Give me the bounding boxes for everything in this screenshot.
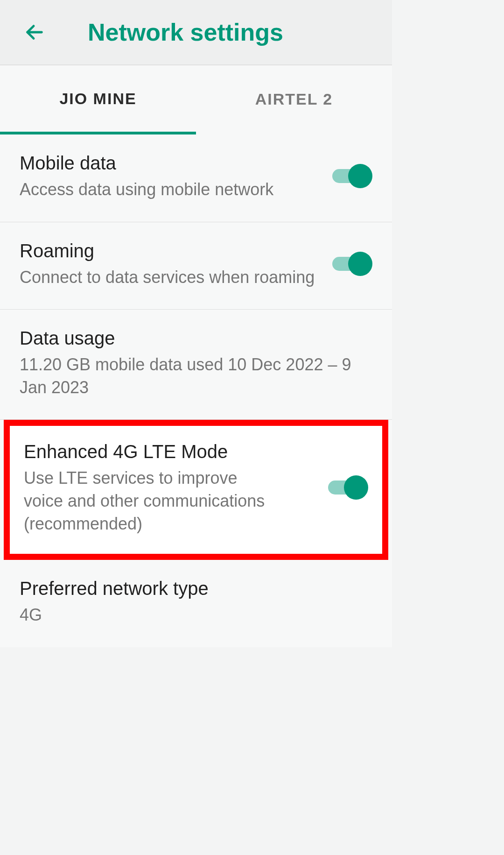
item-subtitle: 11.20 GB mobile data used 10 Dec 2022 – … — [20, 353, 358, 399]
back-icon[interactable] — [23, 21, 46, 43]
page-title: Network settings — [88, 18, 283, 46]
item-subtitle: Connect to data services when roaming — [20, 266, 318, 289]
tab-sim-1[interactable]: JIO MINE — [0, 65, 196, 134]
item-text: Preferred network type 4G — [20, 577, 372, 627]
item-text: Mobile data Access data using mobile net… — [20, 151, 332, 201]
item-subtitle: 4G — [20, 604, 358, 627]
roaming-toggle[interactable] — [332, 252, 372, 276]
tab-label: JIO MINE — [59, 90, 136, 108]
tab-sim-2[interactable]: AIRTEL 2 — [196, 65, 392, 134]
item-title: Data usage — [20, 326, 358, 350]
switch-thumb — [348, 252, 372, 276]
enhanced-lte-toggle[interactable] — [328, 475, 368, 500]
mobile-data-toggle[interactable] — [332, 164, 372, 188]
switch-thumb — [344, 475, 368, 500]
app-header: Network settings — [0, 0, 392, 65]
item-text: Roaming Connect to data services when ro… — [20, 239, 332, 289]
data-usage-item[interactable]: Data usage 11.20 GB mobile data used 10 … — [0, 310, 392, 420]
item-subtitle: Access data using mobile network — [20, 178, 318, 201]
item-title: Enhanced 4G LTE Mode — [24, 440, 314, 463]
item-title: Preferred network type — [20, 577, 358, 600]
switch-thumb — [348, 164, 372, 188]
item-text: Data usage 11.20 GB mobile data used 10 … — [20, 326, 372, 399]
preferred-network-item[interactable]: Preferred network type 4G — [0, 560, 392, 647]
roaming-item[interactable]: Roaming Connect to data services when ro… — [0, 222, 392, 310]
sim-tabs: JIO MINE AIRTEL 2 — [0, 65, 392, 134]
tab-label: AIRTEL 2 — [255, 90, 333, 108]
highlight-box: Enhanced 4G LTE Mode Use LTE services to… — [4, 420, 388, 560]
item-subtitle: Use LTE services to improve voice and ot… — [24, 467, 276, 535]
settings-list: Mobile data Access data using mobile net… — [0, 134, 392, 647]
item-title: Roaming — [20, 239, 318, 262]
mobile-data-item[interactable]: Mobile data Access data using mobile net… — [0, 134, 392, 222]
item-text: Enhanced 4G LTE Mode Use LTE services to… — [24, 440, 328, 535]
item-title: Mobile data — [20, 151, 318, 175]
enhanced-lte-item[interactable]: Enhanced 4G LTE Mode Use LTE services to… — [10, 426, 382, 554]
